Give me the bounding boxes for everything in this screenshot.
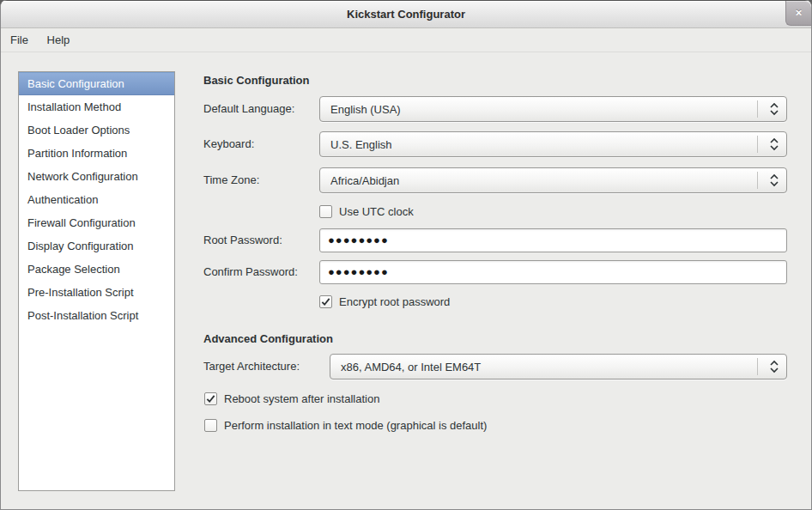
dropdown-arrows-icon [769,360,779,373]
encrypt-root-password-checkbox[interactable] [319,295,332,308]
time-zone-select[interactable]: Africa/Abidjan [319,167,787,193]
checkmark-icon [321,297,330,307]
combo-separator [757,358,758,375]
root-password-masked-value: ●●●●●●●● [328,229,781,252]
sidebar-item-pre-installation-script[interactable]: Pre-Installation Script [19,281,174,304]
use-utc-clock-label: Use UTC clock [339,205,414,218]
use-utc-clock-row: Use UTC clock [319,204,414,218]
time-zone-value: Africa/Abidjan [330,168,745,192]
reboot-after-install-label: Reboot system after installation [224,392,379,405]
confirm-password-label: Confirm Password: [203,260,298,284]
keyboard-select[interactable]: U.S. English [319,131,787,157]
menubar: File Help [1,29,811,52]
target-architecture-value: x86, AMD64, or Intel EM64T [341,355,745,379]
text-mode-install-label: Perform installation in text mode (graph… [224,419,487,432]
text-mode-install-row: Perform installation in text mode (graph… [204,418,487,432]
keyboard-value: U.S. English [330,132,745,156]
dropdown-arrows-icon [769,137,779,151]
sidebar-item-partition-information[interactable]: Partition Information [19,142,174,165]
sidebar-item-firewall-configuration[interactable]: Firewall Configuration [19,211,174,234]
root-password-label: Root Password: [203,228,282,252]
dropdown-arrows-icon [769,102,779,116]
combo-separator [757,100,758,118]
target-architecture-label: Target Architecture: [203,354,300,379]
menu-help[interactable]: Help [39,29,78,52]
root-password-input[interactable]: ●●●●●●●● [319,228,787,252]
menu-file[interactable]: File [3,29,36,52]
sidebar-item-boot-loader-options[interactable]: Boot Loader Options [19,118,174,142]
combo-separator [757,136,758,153]
close-button[interactable]: × [785,1,811,26]
time-zone-label: Time Zone: [203,167,259,193]
use-utc-clock-checkbox[interactable] [319,205,332,218]
encrypt-root-password-label: Encrypt root password [339,295,450,308]
text-mode-install-checkbox[interactable] [204,419,217,432]
reboot-after-install-row: Reboot system after installation [204,392,379,405]
sidebar-item-basic-configuration[interactable]: Basic Configuration [19,72,174,95]
default-language-label: Default Language: [203,96,294,122]
kickstart-configurator-window: Kickstart Configurator × File Help Basic… [0,0,812,510]
default-language-value: English (USA) [330,97,745,121]
confirm-password-input[interactable]: ●●●●●●●● [319,260,787,284]
keyboard-label: Keyboard: [203,131,254,157]
default-language-select[interactable]: English (USA) [319,96,787,122]
basic-configuration-heading: Basic Configuration [203,74,310,88]
target-architecture-select[interactable]: x86, AMD64, or Intel EM64T [330,354,787,379]
sidebar-item-package-selection[interactable]: Package Selection [19,258,174,281]
checkmark-icon [206,394,215,404]
encrypt-root-password-row: Encrypt root password [319,294,450,308]
sidebar-item-post-installation-script[interactable]: Post-Installation Script [19,304,174,327]
reboot-after-install-checkbox[interactable] [204,392,217,405]
sidebar-item-display-configuration[interactable]: Display Configuration [19,234,174,258]
titlebar: Kickstart Configurator × [1,0,811,28]
sidebar-item-installation-method[interactable]: Installation Method [19,95,174,118]
window-title: Kickstart Configurator [1,1,811,28]
sidebar-item-network-configuration[interactable]: Network Configuration [19,165,174,188]
close-icon: × [796,6,803,19]
sidebar-item-authentication[interactable]: Authentication [19,188,174,211]
category-list: Basic Configuration Installation Method … [18,71,175,491]
dropdown-arrows-icon [769,173,779,187]
advanced-configuration-heading: Advanced Configuration [203,332,333,346]
combo-separator [757,172,758,189]
confirm-password-masked-value: ●●●●●●●● [328,261,781,283]
